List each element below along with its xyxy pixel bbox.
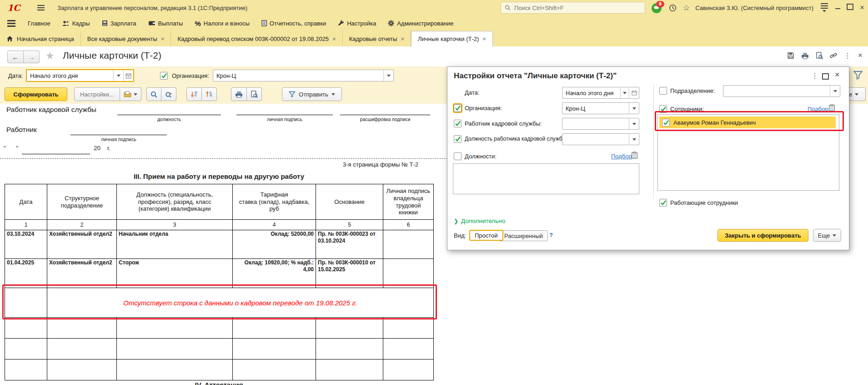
dropdown-icon[interactable]	[629, 134, 639, 145]
employee-checkbox[interactable]	[662, 119, 670, 127]
dlg-org-checkbox[interactable]	[454, 104, 462, 112]
close-tab-icon[interactable]: ×	[482, 35, 486, 42]
dlg-employees-select-link[interactable]: Подбор	[808, 106, 828, 112]
menu-item-administration[interactable]: Администрирование	[382, 20, 459, 27]
calendar-icon[interactable]	[629, 87, 639, 98]
service-menu-icon[interactable]	[821, 2, 828, 14]
dlg-department-field[interactable]	[723, 85, 840, 97]
dropdown-icon[interactable]	[629, 118, 639, 129]
missing-transfer-row[interactable]: Отсутствует строка с данными о кадровом …	[5, 288, 434, 318]
dropdown-icon[interactable]	[620, 87, 629, 98]
dlg-department-checkbox[interactable]	[659, 87, 667, 95]
dlg-org-field[interactable]: Крон-Ц	[562, 102, 639, 114]
report-variants-button[interactable]	[120, 87, 141, 101]
employee-list-item[interactable]: Авакумов Роман Геннадьевич	[659, 117, 836, 128]
save-icon[interactable]	[787, 52, 794, 59]
menu-item-taxes[interactable]: % Налоги и взносы	[189, 20, 255, 27]
close-tab-icon[interactable]: ×	[161, 35, 165, 42]
close-tab-icon[interactable]: ×	[401, 35, 404, 42]
menu-item-hr[interactable]: Кадры	[56, 20, 96, 27]
help-icon[interactable]: ?	[549, 232, 553, 238]
discussions-icon[interactable]: 8	[652, 2, 662, 13]
org-filter-checkbox[interactable]	[160, 72, 168, 80]
dlg-additional-link[interactable]: Дополнительно	[461, 218, 505, 224]
table-row[interactable]: 03.10.2024 Хозяйственный отдел2 Начальни…	[5, 230, 434, 259]
dlg-employees-checkbox[interactable]	[659, 105, 667, 113]
dlg-employees-listbox[interactable]: Авакумов Роман Геннадьевич	[657, 114, 839, 191]
dlg-positions-listbox[interactable]	[453, 163, 639, 194]
clipboard-icon[interactable]	[828, 104, 835, 113]
dlg-hr-field[interactable]	[562, 118, 639, 130]
sort-descending-button[interactable]	[186, 87, 202, 101]
dlg-working-checkbox[interactable]	[659, 199, 667, 207]
tab-hr-transfer[interactable]: Кадровый перевод списком 003К-000002 от …	[171, 31, 342, 46]
clipboard-icon[interactable]	[631, 152, 638, 161]
tab-hr-reports[interactable]: Кадровые отчеты ×	[343, 31, 411, 46]
send-funnel-icon	[289, 91, 296, 97]
more-actions-icon[interactable]: ⋮	[844, 51, 851, 60]
dropdown-icon[interactable]	[830, 86, 840, 96]
print-icon[interactable]	[801, 52, 809, 59]
view-simple-toggle[interactable]: Простой	[469, 230, 503, 241]
current-user[interactable]: Савинская З.Ю. (Системный программист)	[695, 5, 813, 11]
close-and-generate-button[interactable]: Закрыть и сформировать	[717, 229, 808, 242]
main-menu-icon[interactable]	[37, 4, 45, 12]
org-dropdown-icon[interactable]	[383, 70, 393, 81]
printer-icon	[235, 91, 243, 98]
get-link-icon[interactable]	[830, 52, 837, 59]
cell-department: Хозяйственный отдел2	[47, 259, 117, 288]
global-search[interactable]	[501, 2, 645, 14]
date-dropdown-icon[interactable]	[113, 70, 123, 81]
back-button[interactable]: ←	[7, 51, 24, 63]
dialog-more-icon[interactable]: ⋮	[811, 71, 818, 80]
tab-personal-cards-active[interactable]: Личные карточки (Т-2) ×	[411, 31, 493, 47]
org-filter-field[interactable]: Крон-Ц	[213, 70, 394, 81]
menu-item-payments[interactable]: Выплаты	[142, 20, 189, 27]
dialog-more-button[interactable]: Еще	[813, 229, 841, 242]
close-report-icon[interactable]: ×	[858, 51, 863, 60]
search-input[interactable]	[513, 4, 641, 12]
dlg-date-field[interactable]: Начало этого дня	[562, 87, 639, 99]
menu-item-settings[interactable]: Настройка	[332, 20, 382, 27]
menu-item-main[interactable]: Главное	[22, 20, 56, 27]
sort-ascending-button[interactable]	[202, 87, 217, 101]
preview-button[interactable]	[247, 87, 262, 101]
filter-funnel-icon[interactable]	[853, 70, 863, 82]
print-preview-icon[interactable]	[816, 52, 823, 59]
print-button[interactable]	[231, 87, 247, 101]
search-next-button[interactable]	[161, 87, 176, 101]
forward-button[interactable]: →	[24, 51, 40, 63]
generate-button[interactable]: Сформировать	[5, 87, 67, 101]
dialog-close-icon[interactable]: ×	[835, 70, 840, 80]
table-row[interactable]: 01.04.2025 Хозяйственный отдел2 Сторож О…	[5, 259, 434, 288]
additional-chevron-icon[interactable]: ❯	[454, 218, 458, 224]
year-prefix: 20	[94, 145, 100, 152]
history-icon[interactable]	[669, 4, 677, 12]
maximize-button[interactable]	[847, 4, 853, 12]
favorites-star-icon[interactable]: ☆	[683, 3, 690, 13]
dlg-hr-checkbox[interactable]	[454, 120, 462, 127]
dlg-positions-checkbox[interactable]	[454, 152, 462, 160]
date-filter-field[interactable]: Начало этого дня	[26, 69, 134, 82]
menu-item-reports[interactable]: Отчетность, справки	[256, 20, 332, 27]
view-extended-toggle[interactable]: Расширенный	[499, 230, 548, 241]
tab-hr-documents[interactable]: Все кадровые документы ×	[81, 31, 171, 46]
close-tab-icon[interactable]: ×	[332, 35, 336, 42]
minimize-button[interactable]	[835, 4, 840, 12]
all-functions-icon[interactable]	[7, 19, 15, 28]
tab-home[interactable]: Начальная страница	[0, 31, 81, 46]
search-in-report-button[interactable]	[146, 87, 161, 101]
send-button[interactable]: Отправить	[282, 87, 342, 101]
settings-button[interactable]: Настройки...	[74, 87, 120, 101]
dlg-positions-select-link[interactable]: Подбор	[611, 153, 632, 160]
dlg-hr-position-field[interactable]	[562, 133, 639, 145]
favorite-star-icon[interactable]: ★	[45, 50, 55, 62]
dialog-maximize-icon[interactable]	[822, 73, 829, 81]
close-window-button[interactable]: ×	[860, 3, 864, 12]
col-header: Тарифная ставка (оклад), надбавка, руб	[233, 184, 316, 220]
menu-item-salary[interactable]: Зарплата	[96, 20, 142, 27]
dropdown-icon[interactable]	[629, 103, 639, 114]
calendar-icon[interactable]	[123, 70, 133, 81]
dlg-view-label: Вид:	[454, 232, 466, 239]
dlg-hr-position-checkbox[interactable]	[454, 135, 462, 143]
